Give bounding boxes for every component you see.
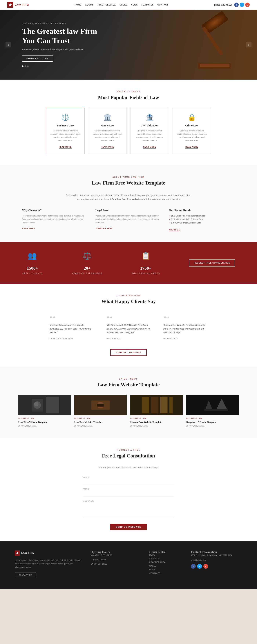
name-input[interactable] <box>83 479 174 485</box>
practice-card-civil: 🏦 Civil Litigation Enagene in corpue int… <box>130 108 169 154</box>
facebook-icon[interactable]: f <box>234 2 239 7</box>
stat-clients: 👥 1500+ HAPPY CLIENTS <box>22 252 43 274</box>
hero-next-button[interactable]: › <box>246 42 252 48</box>
nav-cases[interactable]: CASES <box>119 4 127 6</box>
main-nav: HOME ABOUT PRACTICE AREA CASES NEWS FEAT… <box>75 4 169 6</box>
business-law-link[interactable]: READ MORE <box>59 146 72 148</box>
footer-grid: LAW FIRM Lorem ipsum dolor sit amet, con… <box>15 550 242 578</box>
footer-links: HOME ABOUT US PRACTICE AREA CASES NEWS C… <box>149 554 184 574</box>
svg-rect-1 <box>202 26 224 56</box>
crime-law-icon: 🔒 <box>176 114 207 121</box>
consult-desc: Submit your contact details and we'll be… <box>22 466 235 469</box>
googleplus-icon[interactable]: g <box>245 2 250 7</box>
footer-hours-2: FRI: 6:00 - 22:00 <box>90 558 142 562</box>
svg-rect-21 <box>204 409 228 411</box>
news-title-1[interactable]: Law Firm Website Template <box>18 420 71 424</box>
reviews-section: CLIENTS REVIEWS What Happy Clients Say ❝… <box>0 284 257 367</box>
results-link[interactable]: ABOUT US <box>169 229 180 232</box>
nav-features[interactable]: FEATURES <box>142 4 154 6</box>
footer-link-news[interactable]: NEWS <box>149 568 184 571</box>
about-section: ABOUT YOUR LAW FIRM Law Firm Free Websit… <box>0 165 257 242</box>
news-date-2: 20 NOVEMBER, 2021 <box>74 425 127 427</box>
hero-dot-2[interactable] <box>24 66 26 67</box>
hero-cta-button[interactable]: KNOW ABOUT US <box>22 55 53 62</box>
news-grid: BUSINESS LAW Law Firm Website Template 2… <box>18 395 239 427</box>
review-1: ❝❝ "Free bootstrap responsive website te… <box>46 312 97 344</box>
about-title: Law Firm Free Website Template <box>22 180 235 186</box>
about-col-fees: Legal Fees Vestibulum ultricies gravida … <box>95 209 162 231</box>
family-law-link[interactable]: READ MORE <box>101 146 114 148</box>
legal-fees-link[interactable]: VIEW OUR FEES <box>95 228 112 230</box>
svg-rect-16 <box>160 397 168 413</box>
logo-icon <box>7 2 13 8</box>
svg-rect-15 <box>151 397 158 413</box>
hero-section: ‹ LAW FIRM FREE WEBSITE TEMPLATE The Gre… <box>0 10 257 80</box>
twitter-icon[interactable]: t <box>240 2 244 7</box>
legal-fees-text: Vestibulum ultricies gravida fermentum v… <box>95 214 162 224</box>
footer-twitter-icon[interactable]: t <box>197 564 202 569</box>
logo[interactable]: LAW FIRM <box>7 2 29 8</box>
footer-link-about[interactable]: ABOUT US <box>149 558 184 560</box>
result-2: $1.2 Million Head-On Collision Case <box>169 218 235 221</box>
news-card-1: BUSINESS LAW Law Firm Website Template 2… <box>18 395 71 427</box>
quote-icon-1: ❝❝ <box>49 316 94 322</box>
news-cat-4: BUSINESS LAW <box>186 418 239 420</box>
family-law-title: Family Law <box>92 124 123 127</box>
view-all-reviews-button[interactable]: VIEW ALL REVIEWS <box>110 349 147 356</box>
name-label: NAME <box>83 476 174 478</box>
news-title-4[interactable]: Responsive Website Template <box>186 420 239 424</box>
clients-icon: 👥 <box>22 252 43 260</box>
footer-link-practice[interactable]: PRACTICE AREA <box>149 561 184 563</box>
footer-link-home[interactable]: HOME <box>149 554 184 556</box>
nav-home[interactable]: HOME <box>75 4 81 6</box>
svg-rect-6 <box>46 397 59 413</box>
results-list: $5.9 Million Fell Wrongful Death Case $1… <box>169 214 235 224</box>
message-label: MESSAGE <box>83 500 174 502</box>
news-title-2[interactable]: Law Free Website Template <box>74 420 127 424</box>
gavel-image <box>187 10 246 80</box>
practice-title: Most Popular Fields of Law <box>7 94 250 100</box>
hero-dot-3[interactable] <box>27 66 29 67</box>
reviews-title: What Happy Clients Say <box>7 298 250 304</box>
family-law-icon: 🏛️ <box>92 114 123 121</box>
footer-hours-content: MON-THU: 7:00 - 22:00 FRI: 6:00 - 22:00 … <box>90 554 142 566</box>
nav-practice[interactable]: PRACTICE AREA <box>97 4 116 6</box>
practice-card-crime: 🔒 Crime Law Vondibus tempus interdum sap… <box>173 108 211 154</box>
review-2-text: "Best Free HTML CSS Website Templates fo… <box>106 323 151 334</box>
email-input[interactable] <box>83 491 174 497</box>
footer-googleplus-icon[interactable]: g <box>203 564 208 569</box>
civil-law-icon: 🏦 <box>134 114 165 121</box>
civil-law-link[interactable]: READ MORE <box>143 146 156 148</box>
crime-law-link[interactable]: READ MORE <box>185 146 198 148</box>
consultation-form: NAME EMAIL MESSAGE SEND US MESSAGE <box>83 476 174 530</box>
why-choose-link[interactable]: READ MORE <box>22 228 35 230</box>
message-input[interactable] <box>83 503 174 517</box>
email-label: EMAIL <box>83 488 174 490</box>
header-right: (+800-123-4567) f t g <box>214 2 250 7</box>
stats-section: 👥 1500+ HAPPY CLIENTS ⚖️ 20+ YEARS OF EX… <box>0 242 257 284</box>
stat-cases: 📋 1750+ SUCCESSFULL CASES <box>132 252 160 274</box>
practice-card-family: 🏛️ Family Law Semoremci tempus interdum … <box>88 108 127 154</box>
about-tag: ABOUT YOUR LAW FIRM <box>22 176 235 178</box>
experience-number: 20+ <box>72 262 103 271</box>
svg-point-8 <box>34 402 38 406</box>
about-col-why: Why Choose us? Pellentesque habitant mor… <box>22 209 88 231</box>
footer-contact-button[interactable]: CONTACT US <box>15 572 36 578</box>
footer-link-contacts[interactable]: CONTACTS <box>149 572 184 574</box>
logo-text: LAW FIRM <box>15 3 29 6</box>
consultation-section: REQUEST A FREE Free Legal Consultation S… <box>0 438 257 541</box>
nav-contact[interactable]: CONTACT <box>157 4 168 6</box>
svg-rect-14 <box>142 397 149 413</box>
footer-facebook-icon[interactable]: f <box>191 564 196 569</box>
news-img-3 <box>130 395 183 415</box>
clients-label: HAPPY CLIENTS <box>22 272 43 274</box>
hero-dot-1[interactable] <box>22 66 23 67</box>
nav-news[interactable]: NEWS <box>131 4 138 6</box>
news-title-3[interactable]: Lawyer Free Website Template <box>130 420 183 424</box>
nav-about[interactable]: ABOUT <box>85 4 93 6</box>
news-section: LATEST NEWS Law Firm Website Template BU… <box>0 367 257 438</box>
consultation-button[interactable]: REQUEST FREE CONSULTATION <box>189 259 235 266</box>
submit-button[interactable]: SEND US MESSAGE <box>110 524 147 530</box>
practice-tag: PRACTICE AREAS <box>7 90 250 93</box>
footer-link-cases[interactable]: CASES <box>149 565 184 567</box>
